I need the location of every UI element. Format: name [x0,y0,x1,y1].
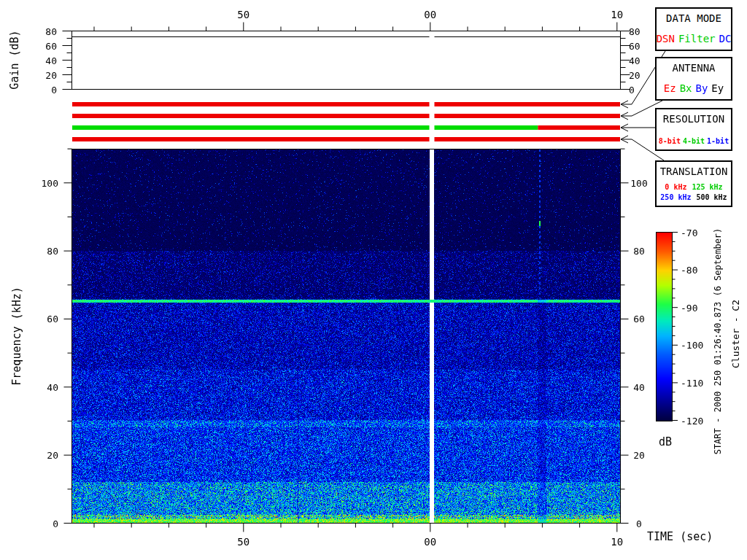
freq-ytick-label-right: 0 [636,518,642,528]
legend-option-4-bit: 4-bit [683,137,705,145]
legend-option-ey: Ey [711,82,724,94]
resolution-bar [538,125,620,130]
spectrogram-canvas [72,149,620,523]
antenna-title: ANTENNA [672,58,715,74]
colorbar-unit-label: dB [659,437,672,448]
data-mode-legend-box: DATA MODE DSNFilterDC [655,7,732,51]
translation-bar [72,137,430,141]
legend-option-1-bit: 1-bit [707,137,729,145]
top-time-tick-label: 00 [424,9,436,20]
bottom-time-tick-label: 10 [611,537,623,547]
legend-option-bx: Bx [680,82,692,94]
colorbar-tick-label: -110 [681,378,703,387]
resolution-bar [434,125,538,130]
translation-legend-box: TRANSLATION 0 kHz125 kHz 250 kHz500 kHz [655,160,732,207]
legend-option-ez: Ez [664,82,676,94]
start-time-annotation: START - 2000 250 01:26:40.873 (6 Septemb… [713,228,722,455]
frequency-axis-title: Frequency (kHz) [12,287,23,385]
data-mode-options: DSNFilterDC [657,33,732,50]
gain-ytick-label-left: 20 [45,70,57,79]
resolution-options: 8-bit4-bit1-bit [659,137,729,149]
freq-ytick-label-left: 0 [53,518,58,528]
legend-option-dsn: DSN [657,33,675,44]
freq-ytick-label-left: 20 [47,451,58,460]
translation-row-2: 250 kHz500 kHz [660,193,727,201]
freq-ytick-label-right: 60 [633,314,645,324]
freq-ytick-label-right: 100 [630,178,647,187]
antenna-legend-box: ANTENNA EzBxByEy [655,57,732,101]
spacecraft-annotation: Cluster - C2 [731,300,740,368]
resolution-legend-box: RESOLUTION 8-bit4-bit1-bit [655,108,732,151]
freq-ytick-label-left: 80 [47,246,58,256]
colorbar-tick-label: -70 [681,228,697,237]
wbd-spectrogram-display: 5050000010100020204040606080800020204040… [0,0,747,560]
antenna-options: EzBxByEy [664,82,724,99]
translation-bar [434,137,620,141]
data-mode-bar [72,102,430,106]
freq-ytick-label-left: 100 [42,178,58,187]
gain-ytick-label-left: 40 [45,55,57,65]
freq-ytick-label-right: 80 [633,246,645,256]
legend-option-250-khz: 250 kHz [660,193,691,201]
legend-option-dc: DC [719,33,732,44]
colorbar-tick-label: -80 [681,265,697,275]
gain-ytick-label-right: 20 [629,70,640,79]
antenna-bar [72,114,430,118]
gain-panel-frame [72,31,621,90]
gain-ytick-label-right: 40 [629,55,640,65]
colorbar-tick-label: -100 [681,341,703,350]
data-mode-bar [434,102,620,106]
freq-ytick-label-left: 40 [47,382,58,392]
bottom-time-tick-label: 50 [237,537,249,547]
gain-ytick-label-right: 80 [629,26,640,36]
colorbar-tick-label: -120 [681,416,703,425]
translation-options: 0 kHz125 kHz 250 kHz500 kHz [660,183,727,206]
resolution-title: RESOLUTION [663,109,724,125]
legend-option-filter: Filter [678,33,716,44]
top-time-tick-label: 50 [237,9,249,20]
gain-axis-title: Gain (dB) [9,30,20,89]
resolution-bar [72,125,430,130]
time-axis-title: TIME (sec) [647,532,713,542]
legend-option-500-khz: 500 kHz [697,193,727,201]
antenna-bar [434,114,620,118]
bottom-time-tick-label: 00 [424,537,436,547]
gain-ytick-label-left: 60 [45,41,57,50]
gain-ytick-label-left: 80 [45,26,57,36]
legend-option-8-bit: 8-bit [659,137,681,145]
freq-ytick-label-right: 20 [633,451,645,460]
gain-ytick-label-right: 0 [629,85,635,94]
translation-title: TRANSLATION [660,162,728,177]
colorbar-tick-label: -90 [681,303,697,312]
legend-option-0-khz: 0 kHz [665,183,686,191]
legend-option-by: By [696,82,708,94]
top-time-tick-label: 10 [611,9,623,20]
colorbar-gradient [657,233,672,421]
gain-ytick-label-left: 0 [51,85,57,94]
freq-ytick-label-right: 40 [633,382,645,392]
freq-ytick-label-left: 60 [47,314,58,324]
data-mode-title: DATA MODE [666,9,721,24]
translation-row-1: 0 kHz125 kHz [665,183,722,191]
gain-ytick-label-right: 60 [629,41,640,50]
legend-option-125-khz: 125 kHz [692,183,722,191]
